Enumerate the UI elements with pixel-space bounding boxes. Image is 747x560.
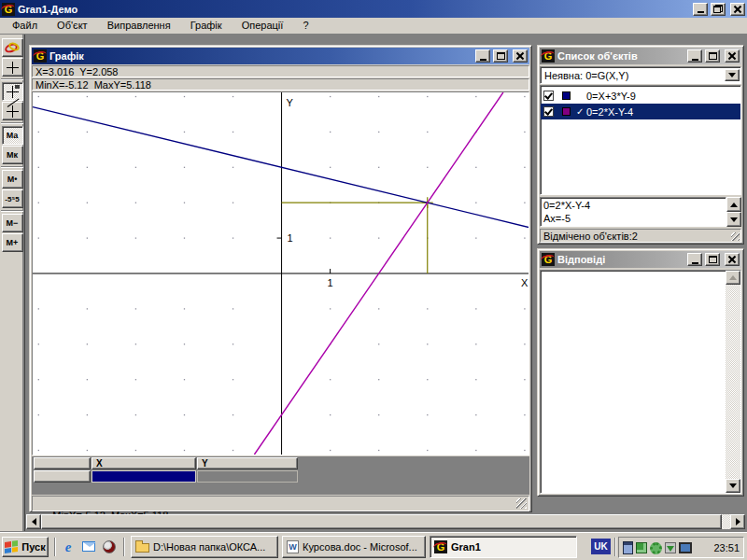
arrow-down-icon [729,483,737,492]
start-button[interactable]: Пуск [2,537,49,557]
windows-flag-icon [5,540,18,553]
objects-minimize-button[interactable] [687,49,702,63]
arrow-up-icon [730,199,738,207]
toolbar-scale-user-button[interactable]: Mк [2,146,23,164]
table-cell-y[interactable] [197,470,298,483]
close-icon [516,52,524,60]
range-top-status: MinX=-5.12 MaxY=5.118 [32,78,529,91]
scroll-down-button[interactable] [726,212,741,227]
object-type-combobox[interactable]: Неявна: 0=G(X,Y) [540,66,741,84]
table-header-y[interactable]: Y [197,457,298,469]
object-list-item-selected[interactable]: ✓ 0=2*X-Y-4 [541,104,740,119]
menu-edit[interactable]: Виправлення [99,18,179,33]
answers-content[interactable] [540,270,741,494]
curves-icon [5,42,21,54]
graph-minimize-button[interactable] [475,49,490,63]
scrollbar-thumb[interactable] [41,514,722,529]
answers-close-button[interactable] [725,253,740,266]
graph-maximize-button[interactable] [493,49,508,63]
resize-grip[interactable] [731,232,740,241]
table-cell-x-selected[interactable] [92,470,196,483]
scroll-right-button[interactable] [730,514,745,529]
toolbar-scale-point-button[interactable]: M• [2,170,23,189]
vertical-scrollbar[interactable] [726,271,740,493]
objects-close-button[interactable] [725,49,740,63]
restore-button[interactable] [711,3,726,16]
left-toolbar: Ma Mк M• -5⁵5 M− M+ [0,35,25,532]
scroll-down-button[interactable] [726,479,740,493]
cursor-coordinates-status: X=3.016 Y=2.058 [32,65,529,77]
scroll-up-button[interactable] [726,271,740,285]
toolbar-angle-button[interactable] [2,102,23,120]
toolbar-zoom-out-button[interactable]: M− [2,214,23,232]
answers-maximize-button[interactable] [705,253,720,266]
scroll-left-button[interactable] [26,514,41,529]
table-header-x[interactable]: X [92,457,196,469]
task-button-folder[interactable]: D:\Новая папка\ОКСА... [131,536,278,558]
toolbar-scale-auto-button[interactable]: Ma [2,126,23,145]
object-details-text[interactable]: 0=2*X-Y-4 Ax=-5 [540,197,726,227]
maximize-icon [497,52,505,60]
toolbar-axes-button[interactable] [2,58,23,77]
graph-close-button[interactable] [513,49,528,63]
clock[interactable]: 23:51 [713,542,740,553]
objects-window-titlebar[interactable]: G Список об'єктів [540,48,741,64]
ie-logo-icon: e [65,539,72,554]
tray-device-icon[interactable] [623,541,633,554]
graph-window: G Графік X=3.016 Y=2.058 MinX=-5.12 MaxY… [29,45,532,512]
mdi-horizontal-scrollbar[interactable] [26,514,745,529]
quicklaunch-media-icon[interactable] [101,539,118,555]
answers-minimize-button[interactable] [687,253,702,266]
menu-operations[interactable]: Операції [233,18,292,33]
envelope-icon [82,541,95,552]
red-round-icon [103,540,116,553]
gran1-icon: G [434,540,447,553]
toolbar-point-flag-button[interactable] [2,82,23,101]
menu-file[interactable]: Файл [4,18,46,33]
toolbar-separator [1,78,23,80]
object-label: 0=X+3*Y-9 [586,91,636,102]
current-object-marker: ✓ [576,106,586,117]
quicklaunch-ie-icon[interactable]: e [60,539,77,555]
tray-gear-icon[interactable] [650,542,662,554]
task-button-gran1[interactable]: G Gran1 [430,536,577,558]
table-row-button[interactable] [34,470,91,483]
menu-object[interactable]: Об'єкт [49,18,96,33]
menu-help[interactable]: ? [294,18,317,33]
details-scroll-buttons [726,197,741,227]
scroll-up-button[interactable] [726,197,741,212]
tray-display-icon[interactable] [679,542,692,553]
zoom-in-label: M+ [7,238,19,247]
svg-text:1: 1 [328,277,333,288]
menu-graph[interactable]: Графік [182,18,231,33]
answers-window-titlebar[interactable]: G Відповіді [540,251,741,268]
object-list-item[interactable]: 0=X+3*Y-9 [541,88,740,104]
quicklaunch-mail-icon[interactable] [80,539,97,555]
tray-download-icon[interactable] [665,542,676,553]
objects-maximize-button[interactable] [705,49,720,63]
table-corner-cell[interactable] [34,457,91,469]
minimize-icon [480,59,486,61]
minimize-button[interactable] [693,3,708,16]
toolbar-zoom-in-button[interactable]: M+ [2,233,23,252]
main-titlebar[interactable]: G Gran1-Демо [0,0,747,18]
toolbar-scale-range-button[interactable]: -5⁵5 [2,189,23,208]
toolbar-curves-button[interactable] [2,38,23,57]
task-label: Gran1 [451,541,481,553]
graph-window-titlebar[interactable]: G Графік [32,48,529,64]
graph-canvas[interactable]: YX11 [32,91,529,455]
checkbox-checked-icon[interactable] [543,91,554,101]
point-flag-icon [7,86,19,98]
details-parameter: Ax=-5 [543,212,723,225]
objects-window-icon: G [542,49,555,63]
arrow-down-icon [730,217,738,226]
task-button-word[interactable]: W Курсова.doc - Microsof... [282,536,426,558]
object-color-swatch [562,107,571,116]
resize-grip[interactable] [516,498,527,509]
close-button[interactable] [730,3,745,16]
tray-disk-icon[interactable] [636,542,647,553]
menubar: Файл Об'єкт Виправлення Графік Операції … [0,18,747,35]
language-indicator[interactable]: UK [591,539,611,554]
combobox-dropdown-button[interactable] [725,69,740,81]
checkbox-checked-icon[interactable] [543,106,554,117]
